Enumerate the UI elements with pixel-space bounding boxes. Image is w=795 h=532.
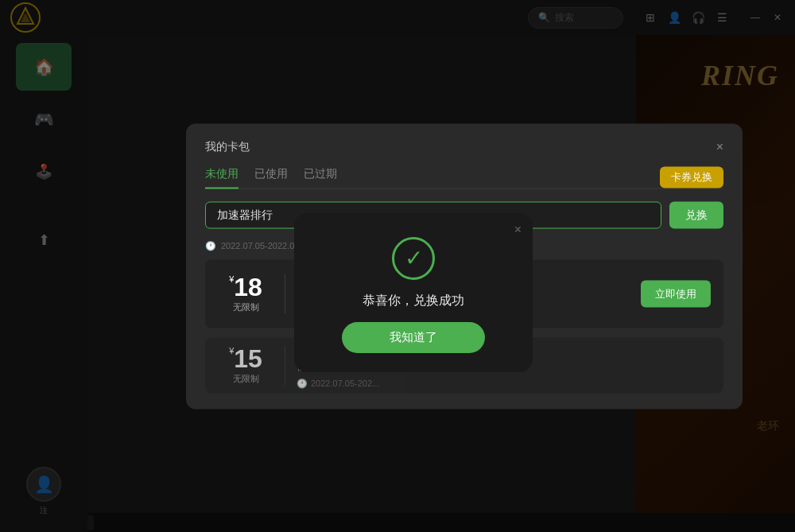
coupon-price-1: ¥18 无限制 bbox=[218, 274, 273, 313]
success-message: 恭喜你，兑换成功 bbox=[363, 293, 464, 309]
modal-header: 我的卡包 × bbox=[205, 139, 723, 153]
coupon-number-2: 15 bbox=[234, 344, 262, 373]
coupon-price-2: ¥15 无限制 bbox=[218, 346, 273, 385]
checkmark-icon: ✓ bbox=[405, 247, 423, 270]
success-ok-button[interactable]: 我知道了 bbox=[342, 322, 485, 353]
redeem-button[interactable]: 兑换 bbox=[669, 201, 723, 228]
wallet-modal-close-button[interactable]: × bbox=[716, 139, 723, 153]
tab-unused[interactable]: 未使用 bbox=[205, 166, 238, 188]
coupon-divider-1 bbox=[285, 274, 285, 313]
wallet-tabs: 未使用 已使用 已过期 卡券兑换 bbox=[205, 166, 723, 188]
coupon-divider-2 bbox=[285, 345, 285, 385]
coupon-amount-1: ¥18 bbox=[218, 274, 273, 300]
coupon-amount-2: ¥15 bbox=[218, 346, 273, 371]
clock-icon: 🕐 bbox=[205, 240, 216, 250]
coupon-unit-2: 无限制 bbox=[218, 373, 273, 385]
coupon-unit-1: 无限制 bbox=[218, 301, 273, 313]
success-close-button[interactable]: × bbox=[514, 223, 522, 237]
success-modal: × ✓ 恭喜你，兑换成功 我知道了 bbox=[294, 213, 533, 372]
tab-expired[interactable]: 已过期 bbox=[304, 166, 337, 188]
coupon-date-2: 🕐 2022.07.05-202... bbox=[297, 378, 711, 388]
modal-title: 我的卡包 bbox=[205, 139, 250, 153]
clock-icon-4: 🕐 bbox=[297, 378, 308, 388]
coupon-number-1: 18 bbox=[234, 273, 262, 301]
exchange-coupon-button[interactable]: 卡券兑换 bbox=[660, 166, 723, 188]
tab-used[interactable]: 已使用 bbox=[254, 166, 288, 188]
use-coupon-1-button[interactable]: 立即使用 bbox=[641, 280, 711, 307]
success-icon-circle: ✓ bbox=[392, 237, 435, 280]
